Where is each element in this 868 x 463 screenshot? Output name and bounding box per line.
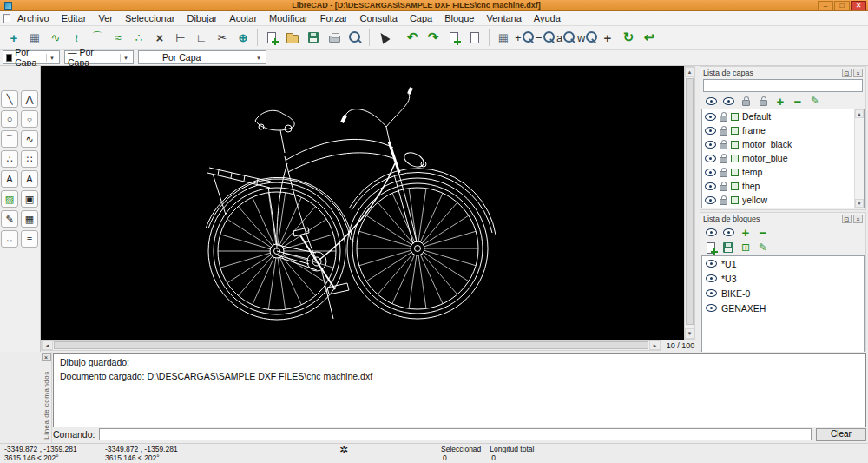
pen-linetype-combo[interactable]: Por Capa ▼: [138, 50, 266, 64]
menu-seleccionar[interactable]: Seleccionar: [119, 12, 181, 24]
show-all-layers-button[interactable]: [705, 95, 717, 107]
menu-editar[interactable]: Editar: [56, 12, 93, 24]
maximize-button[interactable]: □: [834, 1, 850, 10]
save-drawing-button[interactable]: [303, 27, 324, 48]
layer-visibility-icon[interactable]: [705, 127, 716, 135]
canvas-vertical-scrollbar[interactable]: ▲ ▼: [684, 66, 695, 340]
edit-block-button[interactable]: ✎: [757, 241, 769, 254]
hide-all-blocks-button[interactable]: [722, 226, 734, 238]
selection-pointer-button[interactable]: [373, 27, 394, 48]
float-panel-icon[interactable]: ⊡: [842, 215, 852, 223]
close-button[interactable]: ✕: [851, 1, 866, 10]
block-visibility-icon[interactable]: [706, 304, 717, 312]
open-drawing-button[interactable]: [282, 27, 303, 48]
text-tool[interactable]: A: [1, 170, 18, 188]
menu-ver[interactable]: Ver: [92, 12, 119, 24]
block-visibility-icon[interactable]: [706, 274, 717, 282]
minimize-button[interactable]: –: [818, 1, 833, 10]
layer-print-icon[interactable]: [731, 127, 739, 135]
layer-print-icon[interactable]: [731, 169, 739, 176]
layer-row[interactable]: motor_black: [702, 137, 864, 151]
layer-lock-icon[interactable]: [720, 199, 727, 205]
paste-button[interactable]: [464, 27, 485, 48]
menu-consulta[interactable]: Consulta: [354, 12, 404, 24]
layer-print-icon[interactable]: [731, 155, 739, 162]
zoom-previous-button[interactable]: ↩: [639, 27, 660, 48]
polyline-edit-tool[interactable]: ✎: [1, 210, 18, 228]
menu-acotar[interactable]: Acotar: [223, 12, 263, 24]
close-panel-icon[interactable]: ×: [853, 215, 863, 223]
trim-snap-button[interactable]: ✂: [212, 27, 233, 48]
layer-visibility-icon[interactable]: [705, 113, 716, 121]
layer-print-icon[interactable]: [731, 113, 739, 121]
dimension-tool[interactable]: ↔: [1, 230, 18, 248]
hide-all-layers-button[interactable]: [722, 95, 734, 107]
unlock-all-layers-button[interactable]: [757, 95, 769, 107]
pen-width-combo[interactable]: — Por Capa ▼: [64, 50, 134, 64]
menu-capa[interactable]: Capa: [404, 12, 438, 24]
zoom-out-button[interactable]: −: [535, 27, 556, 48]
snap-grid-button[interactable]: ▦: [24, 27, 45, 48]
menu-modificar[interactable]: Modificar: [263, 12, 314, 24]
float-panel-icon[interactable]: ⊡: [842, 69, 852, 77]
layers-list-scrollbar[interactable]: ▲ ▼: [854, 109, 864, 208]
clear-button[interactable]: Clear: [816, 428, 866, 441]
layer-lock-icon[interactable]: [720, 116, 727, 122]
create-block-button[interactable]: [705, 241, 717, 254]
layer-lock-icon[interactable]: [720, 171, 727, 177]
show-all-blocks-button[interactable]: [705, 226, 717, 238]
polyline-tool[interactable]: ⋀: [21, 90, 38, 108]
redraw-button[interactable]: ↻: [618, 27, 639, 48]
close-panel-icon[interactable]: ×: [853, 69, 863, 77]
menu-archivo[interactable]: Archivo: [11, 12, 56, 24]
snap-distance-button[interactable]: ∴: [128, 27, 149, 48]
menu-ayuda[interactable]: Ayuda: [528, 12, 567, 24]
edit-layer-button[interactable]: ✎: [809, 95, 821, 107]
snap-endpoint-button[interactable]: ∿: [45, 27, 66, 48]
scroll-up-arrow[interactable]: ▲: [855, 109, 864, 118]
order-tool[interactable]: ≡: [21, 230, 38, 248]
new-drawing-button[interactable]: [261, 27, 282, 48]
menu-ventana[interactable]: Ventana: [480, 12, 527, 24]
block-visibility-icon[interactable]: [706, 260, 717, 268]
layer-print-icon[interactable]: [731, 196, 739, 204]
snap-middle-button[interactable]: ≈: [108, 27, 128, 48]
snap-center-button[interactable]: ⌒: [87, 27, 108, 48]
image-tool[interactable]: ▣: [21, 190, 38, 208]
layer-row[interactable]: frame: [702, 123, 864, 137]
print-preview-button[interactable]: [345, 27, 365, 48]
layer-lock-icon[interactable]: [720, 143, 727, 149]
layer-visibility-icon[interactable]: [705, 141, 716, 149]
point-tool[interactable]: ∴: [1, 150, 18, 168]
restrict-horizontal-button[interactable]: ⊢: [170, 27, 191, 48]
remove-layer-button[interactable]: −: [792, 95, 804, 107]
layer-visibility-icon[interactable]: [705, 169, 716, 176]
horizontal-scroll-thumb[interactable]: [54, 341, 648, 349]
command-input[interactable]: [99, 428, 812, 440]
layer-row[interactable]: motor_blue: [702, 151, 864, 165]
canvas-horizontal-scrollbar[interactable]: ◄ ►: [41, 340, 661, 351]
zoom-auto-button[interactable]: a: [556, 27, 576, 48]
copy-button[interactable]: [444, 27, 464, 48]
layer-visibility-icon[interactable]: [705, 155, 716, 162]
layer-print-icon[interactable]: [731, 141, 739, 149]
add-block-button[interactable]: +: [740, 226, 752, 238]
set-relative-zero-button[interactable]: ⊕: [233, 27, 253, 48]
add-layer-button[interactable]: +: [774, 95, 786, 107]
points-tool[interactable]: ∷: [21, 150, 38, 168]
layer-visibility-icon[interactable]: [705, 196, 716, 204]
pen-color-combo[interactable]: Por Capa ▼: [3, 50, 60, 64]
insert-block-button[interactable]: ⊞: [740, 241, 752, 254]
crosshair-snap-button[interactable]: +: [3, 27, 24, 48]
table-tool[interactable]: ▦: [21, 210, 38, 228]
scroll-down-arrow[interactable]: ▼: [855, 199, 864, 208]
redo-button[interactable]: ↷: [423, 27, 444, 48]
layer-row[interactable]: yellow: [702, 193, 864, 207]
snap-intersection-button[interactable]: ×: [149, 27, 170, 48]
scroll-up-arrow[interactable]: ▲: [685, 67, 694, 77]
layer-lock-icon[interactable]: [720, 185, 727, 191]
remove-block-button[interactable]: −: [757, 226, 769, 238]
vertical-scroll-thumb[interactable]: [686, 78, 694, 325]
arc-tool[interactable]: ⌒: [1, 130, 18, 148]
layer-lock-icon[interactable]: [720, 157, 727, 163]
